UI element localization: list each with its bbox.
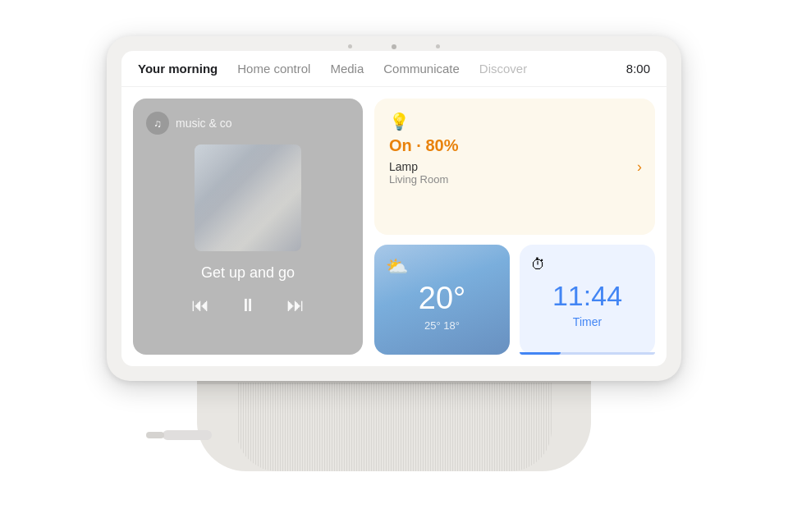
device-body: Your morning Home control Media Communic… — [107, 36, 681, 381]
lamp-icon: 💡 — [389, 112, 640, 131]
weather-icon: ⛅ — [386, 256, 408, 277]
timer-progress-track — [520, 352, 655, 355]
timer-progress-bar — [520, 352, 561, 355]
timer-time: 11:44 — [552, 280, 622, 312]
weather-card[interactable]: ⛅ 20° 25° 18° — [374, 245, 510, 355]
music-source-label: music & co — [176, 117, 231, 130]
playback-controls: ⏮ ⏸ ⏭ — [191, 295, 305, 316]
lamp-status: On · 80% — [389, 136, 640, 155]
timer-card[interactable]: ⏱ 11:44 Timer — [520, 245, 655, 355]
camera-dot-right — [436, 44, 440, 48]
lamp-chevron-icon: › — [637, 158, 642, 176]
lamp-card[interactable]: 💡 On · 80% Lamp Living Room › — [374, 99, 655, 235]
device-cable — [163, 430, 212, 440]
camera-center — [392, 44, 396, 49]
google-home-hub-device: Your morning Home control Media Communic… — [98, 36, 690, 496]
album-art — [195, 144, 301, 251]
nav-item-communicate[interactable]: Communicate — [383, 62, 460, 76]
play-pause-button[interactable]: ⏸ — [239, 295, 257, 316]
prev-button[interactable]: ⏮ — [191, 295, 209, 316]
device-speaker-base — [197, 373, 591, 471]
nav-item-your-morning[interactable]: Your morning — [138, 62, 218, 76]
music-header: ♫ music & co — [146, 112, 231, 135]
nav-bar: Your morning Home control Media Communic… — [121, 51, 667, 87]
next-button[interactable]: ⏭ — [286, 295, 305, 316]
music-panel[interactable]: ♫ music & co Get up and go ⏮ ⏸ ⏭ — [133, 99, 363, 355]
music-source-icon: ♫ — [146, 112, 169, 135]
nav-item-media[interactable]: Media — [330, 62, 364, 76]
nav-time: 8:00 — [626, 62, 650, 76]
weather-range: 25° 18° — [424, 319, 460, 332]
weather-temperature: 20° — [419, 281, 465, 316]
content-area: ♫ music & co Get up and go ⏮ ⏸ ⏭ — [121, 87, 667, 366]
device-cameras — [348, 44, 440, 49]
device-screen: Your morning Home control Media Communic… — [121, 51, 667, 366]
right-panel: 💡 On · 80% Lamp Living Room › ⛅ 20° 25° … — [374, 99, 655, 355]
nav-item-home-control[interactable]: Home control — [237, 62, 310, 76]
nav-item-discover[interactable]: Discover — [479, 62, 527, 76]
lamp-name: Lamp — [389, 160, 640, 173]
timer-icon: ⏱ — [531, 256, 546, 273]
timer-label: Timer — [573, 315, 602, 328]
camera-dot-left — [348, 44, 352, 48]
lamp-room: Living Room — [389, 173, 640, 186]
song-title: Get up and go — [201, 264, 295, 282]
bottom-row: ⛅ 20° 25° 18° ⏱ 11:44 Timer — [374, 245, 655, 355]
